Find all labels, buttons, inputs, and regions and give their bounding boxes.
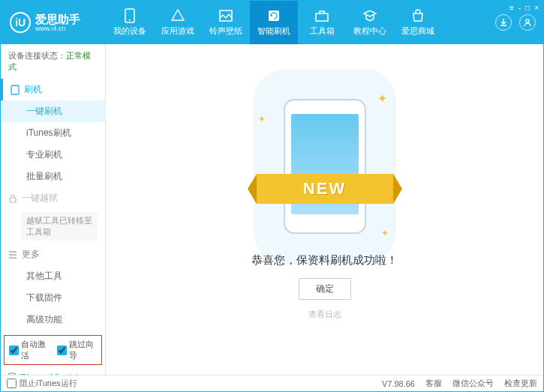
view-log-link[interactable]: 查看日志 bbox=[308, 309, 341, 320]
svg-point-1 bbox=[129, 19, 131, 21]
device-info[interactable]: iPhone 12 mini 64GB Down-12mini-13,1 bbox=[1, 370, 105, 375]
svg-rect-8 bbox=[9, 373, 15, 375]
apps-icon bbox=[170, 8, 185, 23]
lock-icon bbox=[8, 194, 17, 203]
list-icon bbox=[8, 251, 17, 259]
jailbreak-note: 越狱工具已转移至工具箱 bbox=[22, 212, 98, 241]
wechat-link[interactable]: 微信公众号 bbox=[452, 378, 494, 389]
sidebar-item-advanced[interactable]: 高级功能 bbox=[1, 309, 105, 331]
sidebar-item-batch[interactable]: 批量刷机 bbox=[1, 166, 105, 187]
nav-label: 应用游戏 bbox=[161, 25, 194, 37]
section-flash[interactable]: 刷机 bbox=[1, 79, 105, 100]
store-icon bbox=[410, 8, 425, 23]
logo-icon: iU bbox=[10, 12, 31, 33]
nav-label: 智能刷机 bbox=[257, 25, 290, 37]
success-illustration: NEW ✦ ✦ ✦ bbox=[284, 99, 366, 234]
nav-label: 我的设备 bbox=[113, 25, 146, 37]
nav-label: 工具箱 bbox=[310, 25, 335, 37]
toolbox-icon bbox=[314, 8, 329, 23]
user-button[interactable] bbox=[519, 14, 536, 31]
wallpaper-icon bbox=[218, 8, 233, 23]
check-update-link[interactable]: 检查更新 bbox=[504, 378, 537, 389]
phone-icon bbox=[11, 85, 20, 95]
checkbox-auto-activate[interactable]: 自动激活 bbox=[9, 339, 50, 361]
options-box: 自动激活 跳过向导 bbox=[4, 335, 102, 365]
svg-point-5 bbox=[526, 19, 529, 22]
svg-rect-6 bbox=[11, 85, 19, 94]
svg-rect-3 bbox=[269, 10, 279, 21]
footer: 阻止iTunes运行 V7.98.66 客服 微信公众号 检查更新 bbox=[1, 375, 543, 391]
flash-icon bbox=[266, 8, 281, 23]
app-url: www.i4.cn bbox=[35, 25, 80, 32]
new-banner: NEW bbox=[257, 174, 393, 204]
main-content: NEW ✦ ✦ ✦ 恭喜您，保资料刷机成功啦！ 确定 查看日志 bbox=[106, 44, 543, 375]
logo: iU 爱思助手 www.i4.cn bbox=[1, 12, 106, 33]
nav-my-device[interactable]: 我的设备 bbox=[106, 1, 154, 44]
device-icon bbox=[8, 373, 16, 375]
menu-icon[interactable]: ≡ bbox=[509, 4, 514, 12]
sidebar-item-oneclick[interactable]: 一键刷机 bbox=[1, 100, 105, 122]
sidebar-item-pro[interactable]: 专业刷机 bbox=[1, 144, 105, 166]
nav-ringtones[interactable]: 铃声壁纸 bbox=[202, 1, 250, 44]
nav-toolbox[interactable]: 工具箱 bbox=[298, 1, 346, 44]
checkbox-block-itunes[interactable]: 阻止iTunes运行 bbox=[7, 378, 77, 389]
connection-status: 设备连接状态：正常模式 bbox=[1, 44, 105, 79]
nav-apps[interactable]: 应用游戏 bbox=[154, 1, 202, 44]
nav-store[interactable]: 爱思商城 bbox=[394, 1, 442, 44]
download-button[interactable] bbox=[495, 14, 512, 31]
nav-flash[interactable]: 智能刷机 bbox=[250, 1, 298, 44]
nav-label: 教程中心 bbox=[353, 25, 386, 37]
section-more[interactable]: 更多 bbox=[1, 244, 105, 265]
svg-rect-4 bbox=[316, 13, 328, 21]
svg-rect-7 bbox=[10, 198, 16, 202]
header-right bbox=[495, 14, 543, 31]
close-button[interactable]: × bbox=[534, 4, 539, 12]
tutorial-icon bbox=[362, 8, 377, 23]
checkbox-skip-guide[interactable]: 跳过向导 bbox=[57, 339, 98, 361]
nav-label: 铃声壁纸 bbox=[209, 25, 242, 37]
nav-tutorial[interactable]: 教程中心 bbox=[346, 1, 394, 44]
app-name: 爱思助手 bbox=[35, 13, 80, 25]
window-controls: ≡ - □ × bbox=[509, 4, 539, 12]
version-label: V7.98.66 bbox=[382, 379, 415, 388]
main-nav: 我的设备 应用游戏 铃声壁纸 智能刷机 工具箱 教程中心 爱思商城 bbox=[106, 1, 442, 44]
header: ≡ - □ × iU 爱思助手 www.i4.cn 我的设备 应用游戏 铃声壁纸… bbox=[1, 1, 543, 44]
success-message: 恭喜您，保资料刷机成功啦！ bbox=[251, 253, 398, 268]
device-name-text: iPhone 12 mini bbox=[19, 373, 78, 375]
maximize-button[interactable]: □ bbox=[525, 4, 530, 12]
sidebar: 设备连接状态：正常模式 刷机 一键刷机 iTunes刷机 专业刷机 批量刷机 一… bbox=[1, 44, 106, 375]
device-icon bbox=[122, 8, 137, 23]
sidebar-item-other[interactable]: 其他工具 bbox=[1, 265, 105, 287]
section-jailbreak: 一键越狱 bbox=[1, 187, 105, 209]
ok-button[interactable]: 确定 bbox=[299, 278, 351, 300]
nav-label: 爱思商城 bbox=[401, 25, 434, 37]
sidebar-item-itunes[interactable]: iTunes刷机 bbox=[1, 122, 105, 144]
minimize-button[interactable]: - bbox=[518, 4, 521, 12]
support-link[interactable]: 客服 bbox=[425, 378, 442, 389]
sidebar-item-download-fw[interactable]: 下载固件 bbox=[1, 287, 105, 309]
